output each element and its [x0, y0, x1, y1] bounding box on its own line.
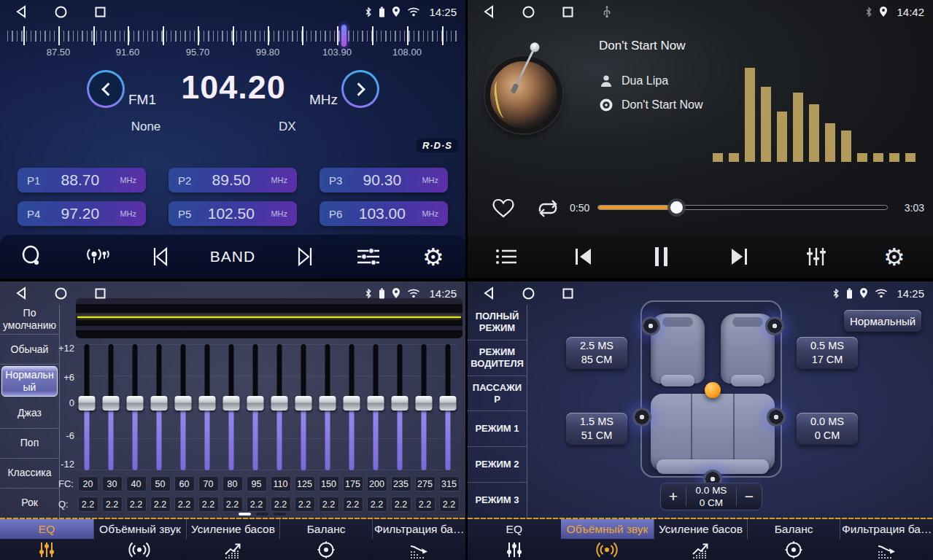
- fc-chip[interactable]: 70: [198, 476, 219, 491]
- slider-thumb[interactable]: [295, 396, 312, 411]
- eq-band-slider[interactable]: [101, 344, 120, 470]
- fc-chip[interactable]: 40: [126, 476, 147, 491]
- slider-thumb[interactable]: [175, 396, 192, 411]
- eq-preset-default[interactable]: По умолчанию: [0, 305, 59, 335]
- q-chip[interactable]: 2.2: [391, 497, 411, 512]
- audio-settings-button[interactable]: [352, 241, 384, 273]
- tab-eq[interactable]: EQ: [0, 519, 93, 560]
- q-chip[interactable]: 2.2: [343, 497, 363, 512]
- fc-chip[interactable]: 30: [102, 476, 123, 491]
- slider-thumb[interactable]: [440, 396, 457, 411]
- settings-gear-button[interactable]: ⚙: [878, 241, 910, 273]
- slider-thumb[interactable]: [320, 396, 336, 411]
- repeat-button[interactable]: [535, 198, 561, 219]
- back-icon[interactable]: [481, 4, 497, 20]
- recents-icon[interactable]: [92, 285, 108, 301]
- slider-thumb[interactable]: [271, 396, 288, 411]
- previous-station-button[interactable]: [145, 241, 177, 273]
- next-track-button[interactable]: [723, 241, 755, 273]
- slider-thumb[interactable]: [392, 396, 409, 411]
- tab-filter[interactable]: Фильтрация ба…: [372, 519, 465, 560]
- fc-chip[interactable]: 200: [367, 476, 387, 491]
- q-chip[interactable]: 2.2: [367, 497, 387, 512]
- mode-driver[interactable]: РЕЖИМ ВОДИТЕЛЯ: [468, 341, 527, 376]
- tune-up-button[interactable]: [341, 70, 379, 108]
- eq-band-slider[interactable]: [390, 344, 409, 470]
- q-chip[interactable]: 2.2: [319, 497, 339, 512]
- eq-band-slider[interactable]: [294, 344, 313, 470]
- q-chip[interactable]: 2.2: [198, 497, 219, 512]
- slider-thumb[interactable]: [223, 396, 240, 411]
- back-icon[interactable]: [481, 285, 497, 301]
- next-station-button[interactable]: [288, 241, 320, 273]
- playlist-button[interactable]: [490, 241, 522, 273]
- tab-eq[interactable]: EQ: [468, 519, 561, 560]
- scan-search-button[interactable]: [16, 241, 48, 273]
- equalizer-mixer-button[interactable]: [800, 241, 832, 273]
- tuning-pointer[interactable]: [341, 25, 347, 47]
- frequency-ruler[interactable]: [7, 26, 458, 45]
- home-icon[interactable]: [520, 285, 536, 301]
- delay-front-right[interactable]: 0.5 MS 17 CM: [797, 337, 858, 369]
- eq-band-slider[interactable]: [414, 344, 433, 470]
- increase-delay-button[interactable]: +: [661, 483, 686, 510]
- tab-bass-boost[interactable]: Усиление басов: [186, 519, 279, 560]
- previous-track-button[interactable]: [568, 241, 600, 273]
- tab-balance[interactable]: Баланс: [747, 519, 840, 560]
- tab-surround[interactable]: Объёмный звук: [561, 519, 654, 560]
- mode-2[interactable]: РЕЖИМ 2: [468, 447, 527, 483]
- slider-thumb[interactable]: [79, 396, 96, 411]
- back-icon[interactable]: [13, 4, 29, 20]
- tab-surround[interactable]: Объёмный звук: [93, 519, 187, 560]
- settings-gear-button[interactable]: ⚙: [417, 241, 449, 273]
- slider-thumb[interactable]: [127, 396, 144, 411]
- tab-bass-boost[interactable]: Усиление басов: [654, 519, 747, 560]
- eq-preset-rock[interactable]: Рок: [0, 489, 59, 518]
- fc-chip[interactable]: 110: [271, 476, 291, 491]
- slider-thumb[interactable]: [247, 396, 264, 411]
- mode-full[interactable]: ПОЛНЫЙ РЕЖИМ: [468, 305, 527, 341]
- fc-chip[interactable]: 235: [391, 476, 411, 491]
- eq-band-slider[interactable]: [198, 344, 217, 470]
- eq-band-slider[interactable]: [222, 344, 241, 470]
- eq-band-slider[interactable]: [342, 344, 361, 470]
- eq-band-slider[interactable]: [246, 344, 265, 470]
- slider-thumb[interactable]: [199, 396, 216, 411]
- q-chip[interactable]: 2.2: [150, 497, 171, 512]
- fc-chip[interactable]: 125: [295, 476, 315, 491]
- slider-thumb[interactable]: [368, 396, 384, 411]
- fc-chip[interactable]: 315: [439, 476, 460, 491]
- eq-band-slider[interactable]: [174, 344, 193, 470]
- mode-3[interactable]: РЕЖИМ 3: [468, 483, 527, 518]
- progress-knob[interactable]: [670, 201, 683, 214]
- preset-p2[interactable]: P2 89.50 MHz: [169, 168, 297, 192]
- slider-thumb[interactable]: [103, 396, 120, 411]
- q-chip[interactable]: 2.2: [78, 497, 98, 512]
- home-icon[interactable]: [520, 4, 536, 20]
- q-chip[interactable]: 2.2: [102, 497, 123, 512]
- mode-passenger[interactable]: ПАССАЖИР: [468, 376, 527, 412]
- pause-button[interactable]: [646, 241, 678, 273]
- eq-band-slider[interactable]: [366, 344, 385, 470]
- fc-chip[interactable]: 50: [150, 476, 171, 491]
- sound-preset-button[interactable]: Нормальный: [844, 310, 921, 332]
- slider-thumb[interactable]: [344, 396, 360, 411]
- band-button[interactable]: BAND: [210, 241, 255, 273]
- tab-filter[interactable]: Фильтрация ба…: [840, 519, 933, 560]
- home-icon[interactable]: [53, 4, 69, 20]
- fc-chip[interactable]: 275: [415, 476, 435, 491]
- back-icon[interactable]: [13, 285, 29, 301]
- eq-band-slider[interactable]: [150, 344, 169, 470]
- preset-p4[interactable]: P4 97.20 MHz: [18, 201, 146, 226]
- q-chip[interactable]: 2.2: [222, 497, 243, 512]
- q-chip[interactable]: 2.2: [295, 497, 315, 512]
- recents-icon[interactable]: [560, 285, 576, 301]
- q-chip[interactable]: 2.2: [247, 497, 267, 512]
- q-chip[interactable]: 2.2: [174, 497, 195, 512]
- q-chip[interactable]: 2.2: [126, 497, 147, 512]
- preset-p1[interactable]: P1 88.70 MHz: [18, 168, 146, 192]
- fc-chip[interactable]: 175: [343, 476, 363, 491]
- broadcast-icon-button[interactable]: [81, 241, 113, 273]
- tune-down-button[interactable]: [87, 70, 125, 108]
- fc-chip[interactable]: 80: [222, 476, 243, 491]
